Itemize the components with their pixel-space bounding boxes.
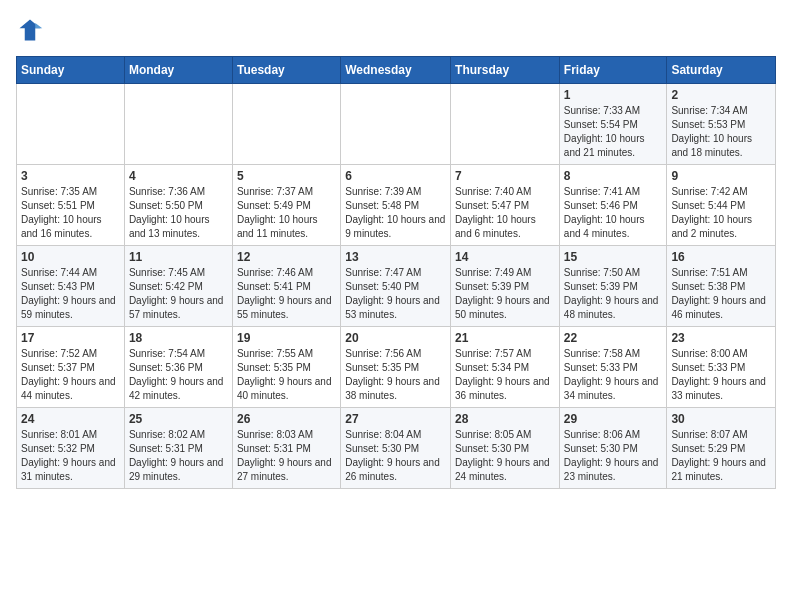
day-info: Sunrise: 8:02 AM Sunset: 5:31 PM Dayligh… <box>129 428 228 484</box>
weekday-header-row: SundayMondayTuesdayWednesdayThursdayFrid… <box>17 57 776 84</box>
calendar-cell <box>451 84 560 165</box>
day-number: 5 <box>237 169 336 183</box>
day-info: Sunrise: 7:55 AM Sunset: 5:35 PM Dayligh… <box>237 347 336 403</box>
week-row-1: 3Sunrise: 7:35 AM Sunset: 5:51 PM Daylig… <box>17 165 776 246</box>
day-info: Sunrise: 7:54 AM Sunset: 5:36 PM Dayligh… <box>129 347 228 403</box>
day-number: 15 <box>564 250 663 264</box>
day-number: 2 <box>671 88 771 102</box>
day-number: 3 <box>21 169 120 183</box>
day-info: Sunrise: 7:49 AM Sunset: 5:39 PM Dayligh… <box>455 266 555 322</box>
day-number: 24 <box>21 412 120 426</box>
day-number: 18 <box>129 331 228 345</box>
day-info: Sunrise: 7:39 AM Sunset: 5:48 PM Dayligh… <box>345 185 446 241</box>
calendar-cell: 25Sunrise: 8:02 AM Sunset: 5:31 PM Dayli… <box>124 408 232 489</box>
weekday-header-monday: Monday <box>124 57 232 84</box>
day-number: 20 <box>345 331 446 345</box>
calendar-cell: 19Sunrise: 7:55 AM Sunset: 5:35 PM Dayli… <box>232 327 340 408</box>
calendar-cell: 21Sunrise: 7:57 AM Sunset: 5:34 PM Dayli… <box>451 327 560 408</box>
day-number: 1 <box>564 88 663 102</box>
day-info: Sunrise: 8:01 AM Sunset: 5:32 PM Dayligh… <box>21 428 120 484</box>
day-info: Sunrise: 8:05 AM Sunset: 5:30 PM Dayligh… <box>455 428 555 484</box>
calendar-cell: 11Sunrise: 7:45 AM Sunset: 5:42 PM Dayli… <box>124 246 232 327</box>
calendar-cell: 1Sunrise: 7:33 AM Sunset: 5:54 PM Daylig… <box>559 84 667 165</box>
calendar-table: SundayMondayTuesdayWednesdayThursdayFrid… <box>16 56 776 489</box>
day-number: 30 <box>671 412 771 426</box>
logo <box>16 16 48 44</box>
day-info: Sunrise: 7:40 AM Sunset: 5:47 PM Dayligh… <box>455 185 555 241</box>
weekday-header-sunday: Sunday <box>17 57 125 84</box>
calendar-cell: 26Sunrise: 8:03 AM Sunset: 5:31 PM Dayli… <box>232 408 340 489</box>
calendar-cell: 13Sunrise: 7:47 AM Sunset: 5:40 PM Dayli… <box>341 246 451 327</box>
day-info: Sunrise: 8:03 AM Sunset: 5:31 PM Dayligh… <box>237 428 336 484</box>
day-number: 17 <box>21 331 120 345</box>
day-number: 28 <box>455 412 555 426</box>
weekday-header-friday: Friday <box>559 57 667 84</box>
calendar-cell: 3Sunrise: 7:35 AM Sunset: 5:51 PM Daylig… <box>17 165 125 246</box>
calendar-cell: 10Sunrise: 7:44 AM Sunset: 5:43 PM Dayli… <box>17 246 125 327</box>
calendar-cell: 6Sunrise: 7:39 AM Sunset: 5:48 PM Daylig… <box>341 165 451 246</box>
day-info: Sunrise: 7:36 AM Sunset: 5:50 PM Dayligh… <box>129 185 228 241</box>
day-info: Sunrise: 7:56 AM Sunset: 5:35 PM Dayligh… <box>345 347 446 403</box>
calendar-cell: 18Sunrise: 7:54 AM Sunset: 5:36 PM Dayli… <box>124 327 232 408</box>
calendar-cell: 14Sunrise: 7:49 AM Sunset: 5:39 PM Dayli… <box>451 246 560 327</box>
calendar-cell <box>17 84 125 165</box>
calendar-cell <box>232 84 340 165</box>
day-info: Sunrise: 7:46 AM Sunset: 5:41 PM Dayligh… <box>237 266 336 322</box>
day-info: Sunrise: 7:45 AM Sunset: 5:42 PM Dayligh… <box>129 266 228 322</box>
day-number: 19 <box>237 331 336 345</box>
day-number: 13 <box>345 250 446 264</box>
day-info: Sunrise: 7:37 AM Sunset: 5:49 PM Dayligh… <box>237 185 336 241</box>
week-row-4: 24Sunrise: 8:01 AM Sunset: 5:32 PM Dayli… <box>17 408 776 489</box>
day-number: 6 <box>345 169 446 183</box>
weekday-header-tuesday: Tuesday <box>232 57 340 84</box>
day-number: 12 <box>237 250 336 264</box>
day-number: 25 <box>129 412 228 426</box>
week-row-2: 10Sunrise: 7:44 AM Sunset: 5:43 PM Dayli… <box>17 246 776 327</box>
calendar-cell <box>341 84 451 165</box>
calendar-cell: 17Sunrise: 7:52 AM Sunset: 5:37 PM Dayli… <box>17 327 125 408</box>
day-number: 11 <box>129 250 228 264</box>
day-info: Sunrise: 7:41 AM Sunset: 5:46 PM Dayligh… <box>564 185 663 241</box>
day-info: Sunrise: 7:34 AM Sunset: 5:53 PM Dayligh… <box>671 104 771 160</box>
calendar-cell: 5Sunrise: 7:37 AM Sunset: 5:49 PM Daylig… <box>232 165 340 246</box>
calendar-cell: 28Sunrise: 8:05 AM Sunset: 5:30 PM Dayli… <box>451 408 560 489</box>
day-number: 21 <box>455 331 555 345</box>
calendar-cell: 15Sunrise: 7:50 AM Sunset: 5:39 PM Dayli… <box>559 246 667 327</box>
day-info: Sunrise: 7:33 AM Sunset: 5:54 PM Dayligh… <box>564 104 663 160</box>
day-number: 16 <box>671 250 771 264</box>
day-number: 14 <box>455 250 555 264</box>
day-info: Sunrise: 8:04 AM Sunset: 5:30 PM Dayligh… <box>345 428 446 484</box>
week-row-3: 17Sunrise: 7:52 AM Sunset: 5:37 PM Dayli… <box>17 327 776 408</box>
calendar-cell: 29Sunrise: 8:06 AM Sunset: 5:30 PM Dayli… <box>559 408 667 489</box>
calendar-cell: 7Sunrise: 7:40 AM Sunset: 5:47 PM Daylig… <box>451 165 560 246</box>
day-info: Sunrise: 7:50 AM Sunset: 5:39 PM Dayligh… <box>564 266 663 322</box>
week-row-0: 1Sunrise: 7:33 AM Sunset: 5:54 PM Daylig… <box>17 84 776 165</box>
day-info: Sunrise: 7:35 AM Sunset: 5:51 PM Dayligh… <box>21 185 120 241</box>
day-number: 23 <box>671 331 771 345</box>
calendar-cell: 30Sunrise: 8:07 AM Sunset: 5:29 PM Dayli… <box>667 408 776 489</box>
day-info: Sunrise: 8:06 AM Sunset: 5:30 PM Dayligh… <box>564 428 663 484</box>
day-number: 7 <box>455 169 555 183</box>
calendar-cell: 24Sunrise: 8:01 AM Sunset: 5:32 PM Dayli… <box>17 408 125 489</box>
calendar-cell: 22Sunrise: 7:58 AM Sunset: 5:33 PM Dayli… <box>559 327 667 408</box>
calendar-cell <box>124 84 232 165</box>
calendar-cell: 20Sunrise: 7:56 AM Sunset: 5:35 PM Dayli… <box>341 327 451 408</box>
weekday-header-thursday: Thursday <box>451 57 560 84</box>
day-info: Sunrise: 7:47 AM Sunset: 5:40 PM Dayligh… <box>345 266 446 322</box>
calendar-cell: 16Sunrise: 7:51 AM Sunset: 5:38 PM Dayli… <box>667 246 776 327</box>
weekday-header-wednesday: Wednesday <box>341 57 451 84</box>
calendar-cell: 23Sunrise: 8:00 AM Sunset: 5:33 PM Dayli… <box>667 327 776 408</box>
calendar-cell: 4Sunrise: 7:36 AM Sunset: 5:50 PM Daylig… <box>124 165 232 246</box>
day-info: Sunrise: 7:51 AM Sunset: 5:38 PM Dayligh… <box>671 266 771 322</box>
svg-marker-1 <box>35 23 42 28</box>
calendar-cell: 2Sunrise: 7:34 AM Sunset: 5:53 PM Daylig… <box>667 84 776 165</box>
day-number: 26 <box>237 412 336 426</box>
calendar-cell: 9Sunrise: 7:42 AM Sunset: 5:44 PM Daylig… <box>667 165 776 246</box>
page-header <box>16 16 776 44</box>
logo-icon <box>16 16 44 44</box>
calendar-cell: 12Sunrise: 7:46 AM Sunset: 5:41 PM Dayli… <box>232 246 340 327</box>
day-info: Sunrise: 7:42 AM Sunset: 5:44 PM Dayligh… <box>671 185 771 241</box>
day-number: 22 <box>564 331 663 345</box>
day-info: Sunrise: 8:07 AM Sunset: 5:29 PM Dayligh… <box>671 428 771 484</box>
day-number: 29 <box>564 412 663 426</box>
